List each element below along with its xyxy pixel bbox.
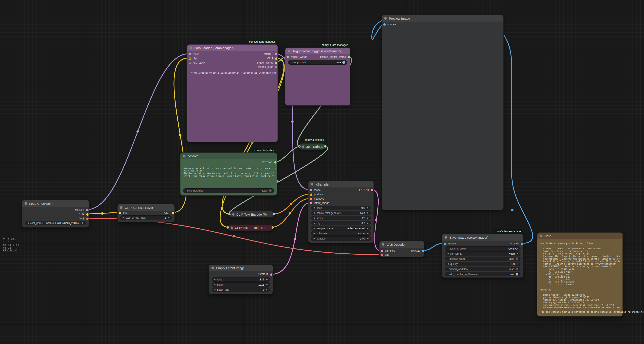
prev-arrow-icon[interactable]: ◀ <box>447 263 448 265</box>
vae-port[interactable] <box>86 218 88 220</box>
next-arrow-icon[interactable]: ▶ <box>266 289 268 291</box>
output-filtered-trigger-words[interactable]: filtered_trigger_words <box>320 56 348 58</box>
input-clip[interactable]: clip <box>120 211 127 214</box>
output-loaded-loras[interactable]: loaded_loras <box>258 66 276 68</box>
model-port[interactable] <box>86 209 88 211</box>
clip-port[interactable] <box>172 212 174 214</box>
next-arrow-icon[interactable]: ▶ <box>517 253 518 255</box>
collapsed-output-port[interactable] <box>272 226 274 228</box>
node-save-image[interactable]: Save Image (LoraManager) images images f… <box>442 234 524 278</box>
input-samples[interactable]: samples <box>382 249 395 252</box>
input-clip[interactable]: clip <box>190 57 197 60</box>
node-clip-text-encode-positive[interactable]: CLIP Text Encode (Pr <box>229 211 274 218</box>
prev-arrow-icon[interactable]: ◀ <box>27 222 28 224</box>
next-arrow-icon[interactable]: ▶ <box>168 217 170 218</box>
quality-widget[interactable]: ◀ quality 100 ▶ <box>445 262 520 266</box>
next-arrow-icon[interactable]: ▶ <box>517 263 518 265</box>
node-collapse-dot[interactable] <box>311 183 313 186</box>
output-model[interactable]: MODEL <box>24 208 87 212</box>
batch-size-widget[interactable]: ◀ batch_size 3 ▶ <box>212 288 270 292</box>
clip-port[interactable] <box>119 212 122 214</box>
node-title-bar[interactable]: Save Image (LoraManager) <box>442 234 523 240</box>
conditioning-port[interactable] <box>310 194 312 196</box>
loaded-loras-port[interactable] <box>275 66 277 68</box>
latent-port[interactable] <box>371 189 373 191</box>
input-model[interactable]: model <box>190 53 200 56</box>
node-title-bar[interactable]: KSampler <box>308 181 374 188</box>
prev-arrow-icon[interactable]: ◀ <box>214 289 216 291</box>
node-note[interactable]: Note Available filename_prefix Pattern C… <box>537 232 623 316</box>
input-lora-stack[interactable]: lora_stack <box>190 61 205 64</box>
node-empty-latent-image[interactable]: Empty Latent Image LATENT ◀ width 832 ▶ … <box>209 264 273 294</box>
output-vae[interactable]: VAE <box>24 217 87 220</box>
toggle-off-icon[interactable] <box>516 268 518 270</box>
lora-syntax-text[interactable]: <lora:CreateConcept_Illustrious:0.8> <lo… <box>191 72 276 74</box>
node-title-bar[interactable]: Note <box>537 233 622 239</box>
filename-prefix-widget[interactable]: filename_prefix ComfyUI <box>445 246 520 251</box>
input-vae[interactable]: vae <box>382 253 389 256</box>
seed-widget[interactable]: ◀ seed 409 ▶ <box>311 206 371 210</box>
output-model[interactable]: MODEL <box>264 53 276 56</box>
prev-arrow-icon[interactable]: ◀ <box>214 284 216 286</box>
next-arrow-icon[interactable]: ▶ <box>266 284 268 286</box>
image-port[interactable] <box>521 242 523 245</box>
node-collapse-dot[interactable] <box>120 206 122 209</box>
filtered-trigger-words-port[interactable] <box>348 56 350 58</box>
cfg-widget[interactable]: ◀ cfg 8.0 ▶ <box>311 221 371 226</box>
node-collapse-dot[interactable] <box>232 213 234 216</box>
node-triggerword-toggle[interactable]: TriggerWord Toggle (LoraManager) trigger… <box>285 48 350 106</box>
collapsed-input-port[interactable] <box>228 213 230 216</box>
node-collapse-dot[interactable] <box>24 202 27 205</box>
node-title-bar[interactable]: Load Checkpoint <box>22 200 89 207</box>
next-arrow-icon[interactable]: ▶ <box>367 227 368 229</box>
steps-widget[interactable]: ◀ steps 20 ▶ <box>311 216 371 220</box>
node-lora-loader[interactable]: Lora Loader (LoraManager) model clip lor… <box>187 44 278 142</box>
node-title-bar[interactable]: TriggerWord Toggle (LoraManager) <box>286 48 350 54</box>
node-load-checkpoint[interactable]: Load Checkpoint MODEL CLIP VAE ◀ ckpt_na… <box>22 200 89 228</box>
toggle-on-icon[interactable] <box>516 273 518 276</box>
node-title-bar[interactable]: Preview Image <box>382 15 504 22</box>
clip-port[interactable] <box>189 57 191 60</box>
note-body-text[interactable]: Available filename_prefix Pattern Codes … <box>540 242 620 308</box>
group-mode-widget[interactable]: group_mode true <box>288 60 347 64</box>
model-port[interactable] <box>275 53 277 56</box>
prev-arrow-icon[interactable]: ◀ <box>313 207 315 209</box>
node-collapse-dot[interactable] <box>384 17 387 20</box>
output-clip[interactable]: CLIP <box>24 213 87 216</box>
string-port[interactable] <box>274 161 276 164</box>
output-latent[interactable]: LATENT <box>359 188 372 192</box>
latent-port[interactable] <box>381 250 383 252</box>
prev-arrow-icon[interactable]: ◀ <box>214 278 216 280</box>
next-arrow-icon[interactable]: ▶ <box>266 278 268 280</box>
ckpt-name-widget[interactable]: ◀ ckpt_name il\waiNSFWIllustrious_v110.s… <box>25 221 86 225</box>
collapsed-output-port[interactable] <box>324 145 326 148</box>
node-title-bar[interactable]: Lora Loader (LoraManager) <box>187 44 278 51</box>
input-positive[interactable]: positive <box>311 193 323 196</box>
prev-arrow-icon[interactable]: ◀ <box>313 227 315 229</box>
conditioning-port[interactable] <box>310 198 312 200</box>
node-positive-prompt[interactable]: positive STRING highres, very detailed, … <box>180 152 277 196</box>
next-arrow-icon[interactable]: ▶ <box>367 207 368 209</box>
node-collapse-dot[interactable] <box>288 50 290 52</box>
node-collapse-dot[interactable] <box>183 154 185 157</box>
image-port[interactable] <box>444 242 446 245</box>
stop-at-clip-layer-widget[interactable]: ◀ stop_at_clip_layer -2 ▶ <box>120 216 172 220</box>
latent-port[interactable] <box>310 202 312 204</box>
next-arrow-icon[interactable]: ▶ <box>367 238 368 240</box>
width-widget[interactable]: ◀ width 832 ▶ <box>212 277 270 282</box>
input-trigger-words[interactable]: trigger_words <box>288 56 307 58</box>
output-trigger-words[interactable]: trigger_words <box>257 61 276 64</box>
input-images[interactable]: images <box>445 242 456 245</box>
collapsed-output-port[interactable] <box>273 213 275 216</box>
node-title-bar[interactable]: positive <box>180 153 277 159</box>
node-title-bar[interactable]: VAE Decode <box>380 241 424 248</box>
prev-arrow-icon[interactable]: ◀ <box>313 232 315 234</box>
node-collapse-dot[interactable] <box>230 226 233 229</box>
input-model[interactable]: model <box>311 188 321 192</box>
toggle-off-icon[interactable] <box>269 189 272 192</box>
clip-port[interactable] <box>275 57 277 60</box>
prev-arrow-icon[interactable]: ◀ <box>313 238 315 240</box>
prev-arrow-icon[interactable]: ◀ <box>122 217 124 218</box>
output-clip[interactable]: CLIP <box>164 211 173 214</box>
model-port[interactable] <box>189 53 191 56</box>
